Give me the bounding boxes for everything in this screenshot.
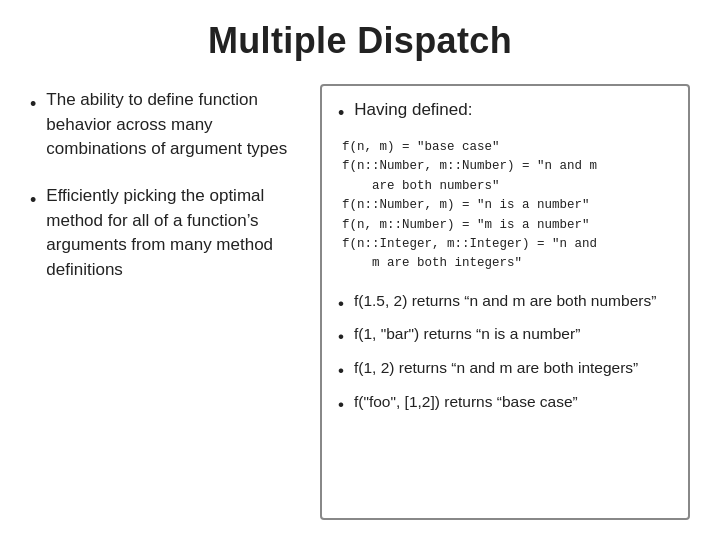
left-item-1-text: The ability to define function behavior … bbox=[46, 88, 300, 162]
right-column: • Having defined: f(n, m) = "base case" … bbox=[320, 84, 690, 520]
code-line-3: are both numbers" bbox=[342, 177, 672, 196]
bullet-icon: • bbox=[30, 187, 36, 213]
having-defined-label: Having defined: bbox=[354, 100, 472, 120]
bullet-icon: • bbox=[30, 91, 36, 117]
left-item-2-text: Efficiently picking the optimal method f… bbox=[46, 184, 300, 283]
code-line-4: f(n::Number, m) = "n is a number" bbox=[342, 196, 672, 215]
list-item: • The ability to define function behavio… bbox=[30, 88, 300, 162]
right-item-1: f(1.5, 2) returns “n and m are both numb… bbox=[354, 290, 656, 312]
bullet-icon: • bbox=[338, 292, 344, 317]
code-line-7: m are both integers" bbox=[342, 254, 672, 273]
content-area: • The ability to define function behavio… bbox=[30, 84, 690, 520]
code-line-5: f(n, m::Number) = "m is a number" bbox=[342, 216, 672, 235]
bullet-icon: • bbox=[338, 103, 344, 124]
right-item-3: f(1, 2) returns “n and m are both intege… bbox=[354, 357, 638, 379]
bullet-icon: • bbox=[338, 393, 344, 418]
right-bullet-list: • f(1.5, 2) returns “n and m are both nu… bbox=[338, 290, 672, 425]
having-defined-header: • Having defined: bbox=[338, 100, 672, 124]
list-item: • f(1, "bar") returns “n is a number” bbox=[338, 323, 672, 350]
bullet-icon: • bbox=[338, 359, 344, 384]
code-line-1: f(n, m) = "base case" bbox=[342, 138, 672, 157]
left-bullet-list: • The ability to define function behavio… bbox=[30, 88, 300, 304]
right-item-4: f("foo", [1,2]) returns “base case” bbox=[354, 391, 578, 413]
list-item: • f(1, 2) returns “n and m are both inte… bbox=[338, 357, 672, 384]
code-block: f(n, m) = "base case" f(n::Number, m::Nu… bbox=[338, 138, 672, 274]
bullet-icon: • bbox=[338, 325, 344, 350]
right-item-2: f(1, "bar") returns “n is a number” bbox=[354, 323, 580, 345]
list-item: • f("foo", [1,2]) returns “base case” bbox=[338, 391, 672, 418]
page-title: Multiple Dispatch bbox=[30, 20, 690, 62]
list-item: • f(1.5, 2) returns “n and m are both nu… bbox=[338, 290, 672, 317]
list-item: • Efficiently picking the optimal method… bbox=[30, 184, 300, 283]
slide: Multiple Dispatch • The ability to defin… bbox=[0, 0, 720, 540]
code-line-2: f(n::Number, m::Number) = "n and m bbox=[342, 157, 672, 176]
left-column: • The ability to define function behavio… bbox=[30, 84, 300, 520]
code-line-6: f(n::Integer, m::Integer) = "n and bbox=[342, 235, 672, 254]
